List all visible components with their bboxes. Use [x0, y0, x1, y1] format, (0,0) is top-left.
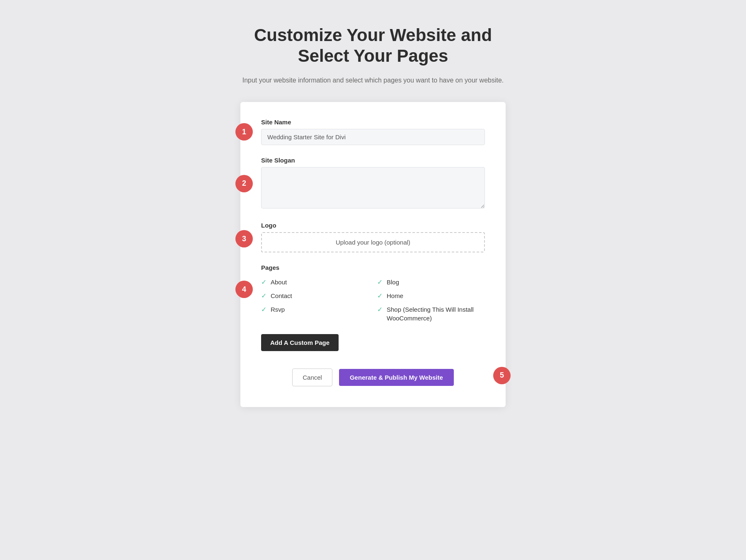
check-icon-shop: ✓ [377, 305, 383, 313]
logo-upload-text: Upload your logo (optional) [336, 239, 410, 246]
page-name-shop: Shop (Selecting This Will Install WooCom… [387, 305, 485, 322]
pages-label: Pages [261, 264, 485, 271]
form-card: 1 Site Name 2 Site Slogan 3 Logo Upload … [240, 102, 506, 407]
page-name-about: About [271, 278, 287, 286]
page-name-blog: Blog [387, 278, 399, 286]
step-badge-5: 5 [493, 367, 511, 384]
list-item: ✓ Contact [261, 291, 369, 300]
add-custom-page-button[interactable]: Add A Custom Page [261, 334, 339, 351]
site-slogan-section: 2 Site Slogan [261, 157, 485, 210]
check-icon-home: ✓ [377, 292, 383, 300]
check-icon-rsvp: ✓ [261, 305, 266, 313]
pages-grid: ✓ About ✓ Blog ✓ Contact ✓ Home ✓ Rsvp [261, 278, 485, 322]
page-title: Customize Your Website andSelect Your Pa… [242, 25, 504, 67]
list-item: ✓ About [261, 278, 369, 286]
page-header: Customize Your Website andSelect Your Pa… [242, 25, 504, 85]
generate-publish-button[interactable]: Generate & Publish My Website [339, 369, 454, 386]
step-badge-1: 1 [235, 123, 253, 141]
site-slogan-label: Site Slogan [261, 157, 485, 164]
list-item: ✓ Shop (Selecting This Will Install WooC… [377, 305, 485, 322]
check-icon-about: ✓ [261, 278, 266, 286]
list-item: ✓ Home [377, 291, 485, 300]
page-subtitle: Input your website information and selec… [242, 75, 504, 86]
check-icon-blog: ✓ [377, 278, 383, 286]
site-name-label: Site Name [261, 119, 485, 126]
logo-upload-area[interactable]: Upload your logo (optional) [261, 232, 485, 252]
step-badge-2: 2 [235, 175, 253, 192]
site-name-section: 1 Site Name [261, 119, 485, 145]
check-icon-contact: ✓ [261, 292, 266, 300]
site-name-input[interactable] [261, 129, 485, 145]
pages-section: 4 Pages ✓ About ✓ Blog ✓ Contact ✓ Home [261, 264, 485, 351]
site-slogan-input[interactable] [261, 167, 485, 208]
list-item: ✓ Rsvp [261, 305, 369, 322]
cancel-button[interactable]: Cancel [292, 368, 332, 386]
page-name-rsvp: Rsvp [271, 305, 285, 314]
logo-label: Logo [261, 222, 485, 229]
step-badge-4: 4 [235, 281, 253, 298]
page-name-contact: Contact [271, 291, 292, 300]
logo-section: 3 Logo Upload your logo (optional) [261, 222, 485, 252]
form-footer: Cancel Generate & Publish My Website 5 [261, 364, 485, 386]
page-name-home: Home [387, 291, 403, 300]
step-badge-3: 3 [235, 230, 253, 247]
list-item: ✓ Blog [377, 278, 485, 286]
